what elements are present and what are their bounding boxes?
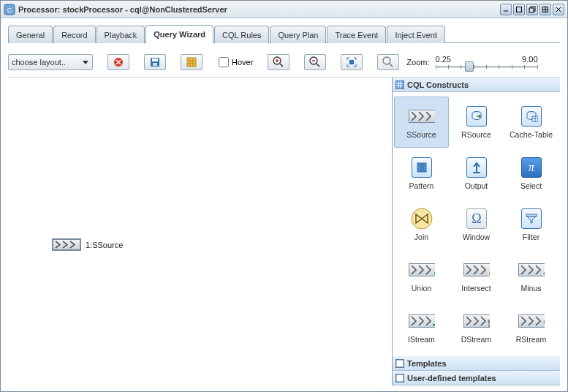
toolbar: choose layout.. Hover Zoom: bbox=[8, 43, 560, 75]
palette-item-label: Cache-Table bbox=[510, 130, 553, 139]
maximize-button[interactable] bbox=[513, 4, 525, 15]
palette-item-label: Select bbox=[520, 181, 542, 190]
palette-item-window[interactable]: ΩWindow bbox=[449, 199, 504, 250]
chevrons-up-g-icon bbox=[518, 310, 545, 332]
zoom-thumb[interactable] bbox=[465, 61, 474, 72]
pi-icon: π bbox=[518, 157, 545, 178]
layout-dropdown[interactable]: choose layout.. bbox=[8, 54, 93, 70]
tab-general[interactable]: General bbox=[8, 26, 53, 43]
fit-button[interactable] bbox=[341, 54, 363, 70]
svg-marker-11 bbox=[83, 61, 88, 64]
grid-button[interactable] bbox=[181, 54, 202, 70]
hover-toggle[interactable]: Hover bbox=[219, 57, 253, 67]
delete-button[interactable] bbox=[107, 54, 129, 70]
tab-cql-rules[interactable]: CQL Rules bbox=[214, 26, 269, 43]
palette-item-label: Output bbox=[465, 181, 488, 190]
canvas[interactable]: 1:SSource bbox=[8, 78, 392, 385]
palette-item-ssource[interactable]: SSource bbox=[394, 97, 449, 148]
svg-text:π: π bbox=[528, 161, 534, 173]
svg-rect-66 bbox=[488, 320, 490, 322]
palette-item-label: Pattern bbox=[409, 181, 434, 190]
palette-item-label: IStream bbox=[408, 335, 435, 344]
layout-dropdown-label: choose layout.. bbox=[12, 58, 82, 67]
chevrons-icon bbox=[409, 105, 435, 127]
tab-playback[interactable]: Playback bbox=[96, 26, 145, 43]
search-icon bbox=[382, 56, 394, 68]
canvas-node[interactable]: 1:SSource bbox=[52, 238, 123, 251]
hover-label: Hover bbox=[232, 58, 253, 67]
palette-item-label: DStream bbox=[461, 335, 491, 344]
palette-item-istream[interactable]: IStream bbox=[394, 301, 449, 353]
chevrons-trash-icon bbox=[463, 310, 490, 332]
window-body: GeneralRecordPlaybackQuery WizardCQL Rul… bbox=[1, 18, 567, 391]
zoom-min: 0.25 bbox=[436, 55, 451, 64]
svg-rect-68 bbox=[396, 360, 404, 367]
palette-item-rsource[interactable]: RSource bbox=[449, 97, 504, 148]
palette-item-label: RSource bbox=[461, 130, 491, 139]
tab-query-plan[interactable]: Query Plan bbox=[270, 26, 326, 43]
palette-item-label: RStream bbox=[516, 335, 546, 344]
zoom-out-button[interactable] bbox=[304, 54, 326, 70]
palette-item-pattern[interactable]: Pattern bbox=[394, 148, 449, 199]
palette-section-cql-constructs[interactable]: CQL Constructs bbox=[393, 78, 560, 92]
palette-section-user-defined-templates[interactable]: User-defined templates bbox=[393, 371, 560, 385]
palette-section-title: Templates bbox=[407, 359, 447, 368]
palette-item-cache-table[interactable]: Cache-Table bbox=[504, 97, 558, 148]
palette-item-select[interactable]: πSelect bbox=[504, 148, 558, 199]
fit-icon bbox=[347, 57, 357, 67]
save-button[interactable] bbox=[144, 54, 166, 70]
palette-item-label: Minus bbox=[520, 284, 541, 293]
zoom-slider[interactable]: 0.25 9.00 bbox=[436, 55, 538, 69]
svg-rect-30 bbox=[349, 60, 354, 64]
palette-item-dstream[interactable]: DStream bbox=[449, 301, 504, 353]
save-icon bbox=[150, 57, 160, 67]
svg-rect-60 bbox=[543, 272, 545, 275]
detach-button[interactable] bbox=[539, 4, 551, 15]
svg-rect-5 bbox=[529, 8, 534, 12]
palette-item-intersect[interactable]: Intersect bbox=[449, 250, 504, 301]
palette-section-title: User-defined templates bbox=[407, 374, 496, 382]
bars3-icon bbox=[409, 157, 435, 178]
app-icon: C bbox=[4, 4, 15, 15]
palette-section-templates[interactable]: Templates bbox=[393, 356, 560, 371]
chevron-down-icon bbox=[82, 59, 89, 66]
palette-item-filter[interactable]: Filter bbox=[504, 199, 558, 250]
palette-item-rstream[interactable]: RStream bbox=[504, 301, 558, 353]
palette-item-label: Union bbox=[412, 284, 431, 293]
svg-text:C: C bbox=[7, 7, 12, 14]
window: C Processor: stockProcessor - cql@NonClu… bbox=[0, 0, 568, 392]
zoom-out-icon bbox=[309, 56, 321, 68]
minimize-button[interactable] bbox=[500, 4, 512, 15]
chevrons-icon bbox=[52, 238, 81, 251]
search-button[interactable] bbox=[377, 54, 399, 70]
titlebar: C Processor: stockProcessor - cql@NonClu… bbox=[1, 1, 567, 18]
chevrons-orange-icon bbox=[463, 259, 490, 281]
tab-inject-event[interactable]: Inject Event bbox=[387, 26, 444, 43]
svg-rect-34 bbox=[396, 81, 404, 88]
tab-record[interactable]: Record bbox=[53, 26, 95, 43]
svg-rect-16 bbox=[152, 59, 158, 61]
hover-checkbox[interactable] bbox=[219, 57, 229, 67]
restore-button[interactable] bbox=[526, 4, 538, 15]
svg-text:Ω: Ω bbox=[472, 211, 481, 226]
palette: CQL ConstructsSSourceRSourceCache-TableP… bbox=[392, 78, 560, 385]
palette-item-union[interactable]: Union bbox=[394, 250, 449, 301]
palette-item-output[interactable]: Output bbox=[449, 148, 504, 199]
db-grid-icon bbox=[518, 105, 545, 127]
omega-icon: Ω bbox=[463, 208, 490, 230]
tabs: GeneralRecordPlaybackQuery WizardCQL Rul… bbox=[8, 24, 560, 43]
svg-rect-45 bbox=[417, 163, 420, 172]
palette-item-label: Filter bbox=[523, 233, 539, 241]
chevrons-green-icon bbox=[409, 259, 435, 281]
close-button[interactable] bbox=[553, 4, 564, 15]
palette-item-minus[interactable]: Minus bbox=[504, 250, 558, 301]
node-label: 1:SSource bbox=[86, 241, 123, 249]
zoom-in-button[interactable] bbox=[268, 54, 289, 70]
palette-body: SSourceRSourceCache-TablePatternOutputπS… bbox=[393, 92, 560, 356]
palette-item-join[interactable]: Join bbox=[394, 199, 449, 250]
tab-trace-event[interactable]: Trace Event bbox=[327, 26, 386, 43]
bowtie-icon bbox=[409, 208, 435, 230]
tab-query-wizard[interactable]: Query Wizard bbox=[145, 25, 213, 44]
svg-rect-18 bbox=[187, 58, 196, 67]
svg-rect-65 bbox=[489, 322, 490, 327]
